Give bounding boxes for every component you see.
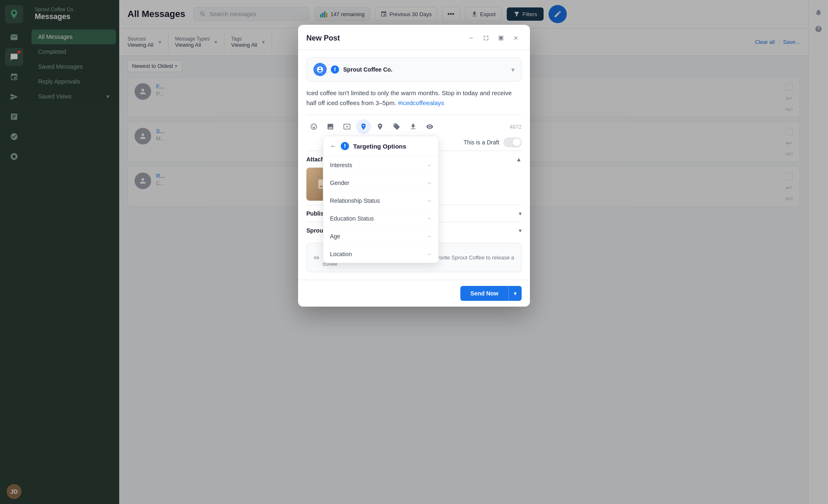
targeting-dropdown: ← f Targeting Options Interests → Gender… xyxy=(323,136,439,263)
account-name: Sprout Coffee Co. xyxy=(343,66,392,73)
new-post-modal: New Post xyxy=(298,25,530,307)
arrow-icon: → xyxy=(426,251,432,257)
targeting-item-relationship-status[interactable]: Relationship Status → xyxy=(323,192,438,210)
arrow-icon: → xyxy=(426,215,432,222)
tag-button[interactable] xyxy=(389,119,404,134)
post-toolbar: 4872 ← f Targeting Options Interests → G… xyxy=(306,115,522,134)
preview-button[interactable] xyxy=(422,119,437,134)
link-button[interactable] xyxy=(373,119,388,134)
account-avatar xyxy=(313,63,327,76)
targeting-item-age[interactable]: Age → xyxy=(323,228,438,245)
restore-button[interactable] xyxy=(495,32,507,44)
targeting-item-education-status[interactable]: Education Status → xyxy=(323,210,438,228)
facebook-icon: f xyxy=(331,65,339,74)
modal-footer: Send Now ▾ xyxy=(298,280,530,307)
targeting-item-location[interactable]: Location → xyxy=(323,245,438,263)
targeting-item-gender[interactable]: Gender → xyxy=(323,174,438,192)
targeting-title: Targeting Options xyxy=(353,143,406,150)
modal-header: New Post xyxy=(298,25,530,50)
account-selector[interactable]: f Sprout Coffee Co. ▾ xyxy=(306,58,522,82)
image-button[interactable] xyxy=(323,119,338,134)
arrow-icon: → xyxy=(426,233,432,240)
video-button[interactable] xyxy=(339,119,354,134)
close-button[interactable] xyxy=(510,32,522,44)
post-text-area[interactable]: Iced coffee isn't limited to only the wa… xyxy=(306,88,522,108)
maximize-button[interactable] xyxy=(480,32,492,44)
char-count: 4872 xyxy=(510,124,522,130)
targeting-header: ← f Targeting Options xyxy=(323,136,438,156)
minimize-button[interactable] xyxy=(465,32,477,44)
send-now-button[interactable]: Send Now xyxy=(460,286,508,301)
targeting-fb-icon: f xyxy=(341,142,349,150)
draft-toggle[interactable] xyxy=(503,137,522,147)
targeting-item-interests[interactable]: Interests → xyxy=(323,156,438,174)
modal-controls xyxy=(465,32,522,44)
targeting-back-button[interactable]: ← xyxy=(330,142,337,150)
draft-label: This is a Draft xyxy=(464,139,499,146)
modal-body: f Sprout Coffee Co. ▾ Iced coffee isn't … xyxy=(298,50,530,280)
arrow-icon: → xyxy=(426,197,432,204)
publishing-chevron: ▾ xyxy=(519,210,522,217)
modal-overlay[interactable]: New Post xyxy=(0,0,828,504)
modal-title: New Post xyxy=(306,34,340,43)
account-chevron: ▾ xyxy=(511,66,515,74)
targeting-button[interactable] xyxy=(356,119,371,134)
sprout-tags-chevron: ▾ xyxy=(519,227,522,234)
arrow-icon: → xyxy=(426,162,432,168)
link-icon xyxy=(313,254,320,261)
hashtag: #icedcoffeealays xyxy=(398,99,444,106)
send-dropdown-button[interactable]: ▾ xyxy=(508,286,522,301)
emoji-button[interactable] xyxy=(306,119,321,134)
attached-chevron: ▲ xyxy=(516,156,522,163)
upload-button[interactable] xyxy=(406,119,421,134)
arrow-icon: → xyxy=(426,180,432,186)
